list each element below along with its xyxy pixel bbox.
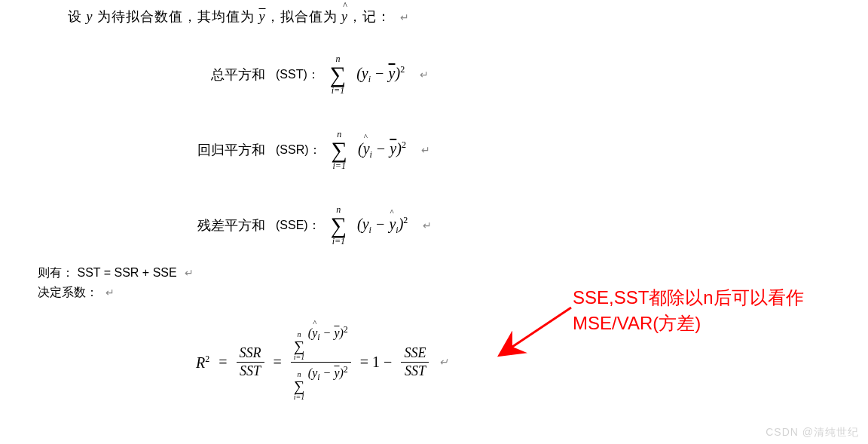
eq-ssr-term: (yi − y)2 bbox=[358, 139, 406, 161]
eq-sst-label: 总平方和 bbox=[211, 66, 265, 84]
eq-ssr-paren: (SSR)： bbox=[276, 142, 321, 158]
intro-line: 设 y 为待拟合数值，其均值为 y，拟合值为 y，记： ↵ bbox=[68, 8, 410, 26]
frac-ssr-sst: SSR SST bbox=[237, 345, 264, 379]
eq-r2-tail-prefix: = 1 − bbox=[357, 354, 396, 371]
eq-r2: R2 = SSR SST = n ∑ i=1 (yi − y)2 n ∑ bbox=[196, 324, 448, 401]
return-mark: ↵ bbox=[400, 12, 410, 23]
annotation-line-2: MSE/VAR(方差) bbox=[573, 311, 804, 336]
intro-text: 设 y 为待拟合数值，其均值为 y，拟合值为 y，记： bbox=[68, 9, 391, 24]
eq-sst-paren: (SST)： bbox=[276, 67, 319, 83]
eq-ssr-row: 回归平方和(SSR)： n ∑ i=1 (yi − y)2 ↵ bbox=[197, 130, 430, 170]
frac-sse-sst: SSE SST bbox=[401, 345, 429, 379]
sum-icon: n ∑ i=1 bbox=[331, 205, 347, 246]
return-mark: ↵ bbox=[439, 356, 448, 369]
return-mark: ↵ bbox=[185, 267, 194, 279]
eq-sst-row: 总平方和(SST)： n ∑ i=1 (yi − y)2 ↵ bbox=[211, 54, 429, 95]
eq-r2-lhs: R2 bbox=[196, 354, 209, 372]
eq-sse-label: 残差平方和 bbox=[197, 216, 265, 234]
return-mark: ↵ bbox=[421, 144, 430, 157]
note-identity: 则有： SST = SSR + SSE ↵ bbox=[38, 265, 194, 281]
watermark: CSDN @清纯世纪 bbox=[766, 426, 859, 439]
frac-sums: n ∑ i=1 (yi − y)2 n ∑ i=1 (yi − y)2 bbox=[291, 324, 351, 401]
note-identity-prefix: 则有： bbox=[38, 266, 74, 279]
sum-icon: n ∑ i=1 bbox=[294, 331, 305, 361]
note-identity-formula: SST = SSR + SSE bbox=[77, 266, 176, 279]
eq-sse-paren: (SSE)： bbox=[276, 218, 320, 234]
document-page: 设 y 为待拟合数值，其均值为 y，拟合值为 y，记： ↵ 总平方和(SST)：… bbox=[0, 0, 868, 444]
eq-sst-term: (yi − y)2 bbox=[356, 64, 405, 85]
note-coeff: 决定系数： ↵ bbox=[38, 285, 115, 301]
annotation-text: SSE,SST都除以n后可以看作 MSE/VAR(方差) bbox=[573, 285, 804, 335]
sum-icon: n ∑ i=1 bbox=[332, 130, 347, 170]
eq-ssr-label: 回归平方和 bbox=[197, 141, 265, 159]
sum-icon: n ∑ i=1 bbox=[330, 54, 346, 95]
eq-sse-row: 残差平方和(SSE)： n ∑ i=1 (yi − yi)2 ↵ bbox=[197, 205, 432, 246]
annotation-line-1: SSE,SST都除以n后可以看作 bbox=[573, 285, 804, 311]
eq-sse-term: (yi − yi)2 bbox=[357, 215, 408, 236]
svg-line-0 bbox=[501, 308, 571, 354]
return-mark: ↵ bbox=[105, 287, 115, 299]
sum-icon: n ∑ i=1 bbox=[294, 371, 305, 401]
return-mark: ↵ bbox=[423, 219, 432, 232]
return-mark: ↵ bbox=[420, 69, 429, 81]
